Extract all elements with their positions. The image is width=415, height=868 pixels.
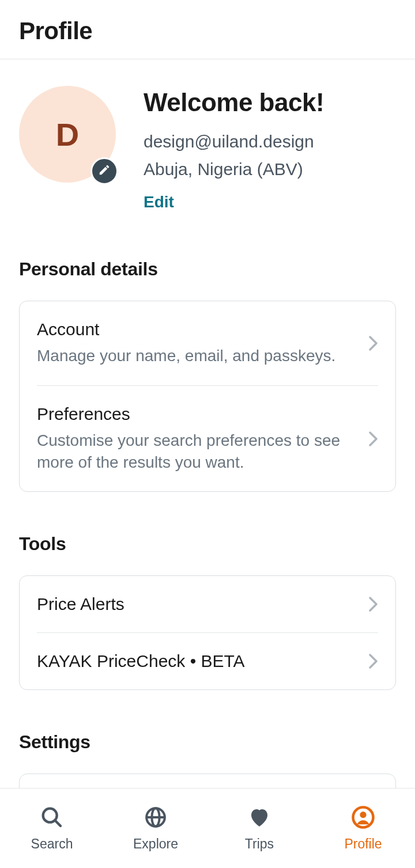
row-subtitle: Customise your search preferences to see… [37,430,360,473]
profile-header: D Welcome back! design@uiland.design Abu… [19,59,396,211]
row-price-alerts[interactable]: Price Alerts [20,576,395,632]
bottom-nav: Search Explore Trips Profile [0,788,415,868]
section-title-settings: Settings [19,731,396,753]
row-preferences[interactable]: Preferences Customise your search prefer… [20,386,395,492]
heart-icon [247,805,271,829]
chevron-right-icon [369,431,378,446]
nav-label: Profile [344,836,382,852]
row-title: KAYAK PriceCheck • BETA [37,651,360,671]
chevron-right-icon [369,654,378,669]
chevron-right-icon [369,597,378,612]
row-title: Account [37,320,360,339]
row-account[interactable]: Account Manage your name, email, and pas… [20,301,395,385]
row-subtitle: Manage your name, email, and passkeys. [37,345,360,367]
edit-profile-link[interactable]: Edit [144,193,396,211]
personal-details-card: Account Manage your name, email, and pas… [19,301,396,492]
profile-icon [351,805,375,829]
chevron-right-icon [369,336,378,351]
nav-label: Trips [245,836,274,852]
globe-icon [144,805,168,829]
nav-label: Search [31,836,73,852]
section-title-personal: Personal details [19,259,396,280]
search-icon [40,805,64,829]
nav-trips[interactable]: Trips [207,789,311,868]
nav-label: Explore [133,836,178,852]
svg-line-1 [55,820,61,825]
section-title-tools: Tools [19,533,396,555]
row-title: Price Alerts [37,594,360,614]
svg-point-6 [360,812,366,818]
nav-profile[interactable]: Profile [311,789,415,868]
nav-explore[interactable]: Explore [104,789,207,868]
tools-card: Price Alerts KAYAK PriceCheck • BETA [19,575,396,690]
profile-location: Abuja, Nigeria (ABV) [144,160,396,179]
nav-search[interactable]: Search [0,789,104,868]
avatar-container[interactable]: D [19,86,116,183]
row-title: Preferences [37,404,360,424]
profile-email: design@uiland.design [144,132,396,151]
row-pricecheck[interactable]: KAYAK PriceCheck • BETA [20,633,395,689]
page-title: Profile [19,17,396,45]
avatar-initial: D [56,116,79,153]
welcome-text: Welcome back! [144,88,396,117]
avatar-edit-button[interactable] [90,157,118,185]
pencil-icon [98,164,111,179]
